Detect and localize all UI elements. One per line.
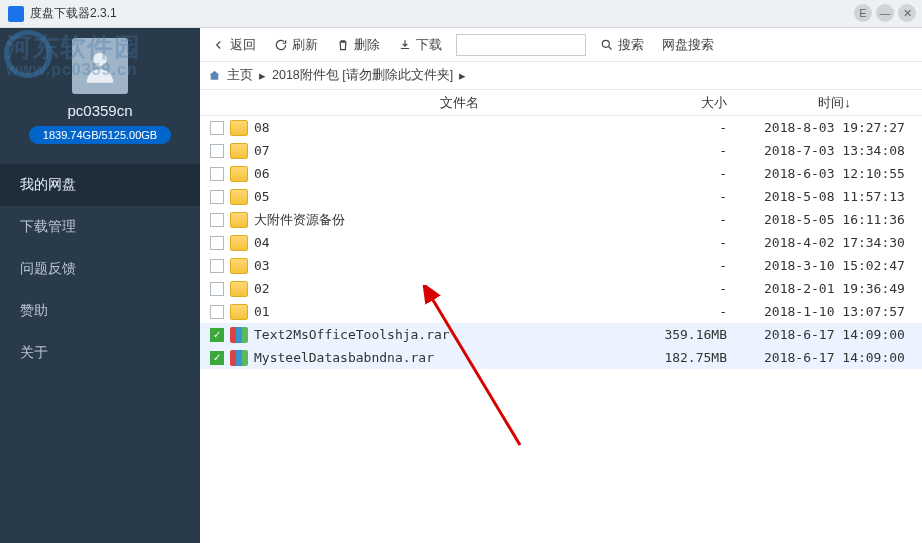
row-checkbox[interactable]: ✓ <box>210 328 224 342</box>
username: pc0359cn <box>0 102 200 119</box>
search-input[interactable] <box>456 34 586 56</box>
breadcrumb-home[interactable]: 主页 <box>227 67 253 84</box>
file-time: 2018-8-03 19:27:27 <box>747 120 922 135</box>
file-name: 06 <box>254 166 627 181</box>
file-name: 05 <box>254 189 627 204</box>
table-row[interactable]: 07-2018-7-03 13:34:08 <box>200 139 922 162</box>
netdisk-search-button[interactable]: 网盘搜索 <box>658 34 718 56</box>
row-checkbox[interactable] <box>210 282 224 296</box>
window-controls: E — ✕ <box>854 4 916 22</box>
table-row[interactable]: 03-2018-3-10 15:02:47 <box>200 254 922 277</box>
file-name: Text2MsOfficeToolshja.rar <box>254 327 627 342</box>
breadcrumb: 主页 ▸ 2018附件包 [请勿删除此文件夹] ▸ <box>200 62 922 90</box>
refresh-button[interactable]: 刷新 <box>270 34 322 56</box>
nav-item-3[interactable]: 赞助 <box>0 290 200 332</box>
file-time: 2018-5-05 16:11:36 <box>747 212 922 227</box>
header-size[interactable]: 大小 <box>627 94 747 112</box>
file-size: - <box>627 235 747 250</box>
file-time: 2018-6-17 14:09:00 <box>747 350 922 365</box>
close-button[interactable]: ✕ <box>898 4 916 22</box>
table-row[interactable]: 01-2018-1-10 13:07:57 <box>200 300 922 323</box>
titlebar: 度盘下载器2.3.1 E — ✕ <box>0 0 922 28</box>
file-name: 08 <box>254 120 627 135</box>
file-name: 02 <box>254 281 627 296</box>
download-icon <box>398 38 412 52</box>
row-checkbox[interactable] <box>210 213 224 227</box>
row-checkbox[interactable] <box>210 167 224 181</box>
file-name: MysteelDatasbabndna.rar <box>254 350 627 365</box>
app-title: 度盘下载器2.3.1 <box>30 5 117 22</box>
home-icon[interactable] <box>208 69 221 82</box>
back-button[interactable]: 返回 <box>208 34 260 56</box>
file-time: 2018-4-02 17:34:30 <box>747 235 922 250</box>
table-row[interactable]: 02-2018-2-01 19:36:49 <box>200 277 922 300</box>
file-time: 2018-1-10 13:07:57 <box>747 304 922 319</box>
delete-button[interactable]: 删除 <box>332 34 384 56</box>
download-button[interactable]: 下载 <box>394 34 446 56</box>
file-size: - <box>627 304 747 319</box>
header-time[interactable]: 时间↓ <box>747 94 922 112</box>
row-checkbox[interactable] <box>210 236 224 250</box>
file-name: 01 <box>254 304 627 319</box>
row-checkbox[interactable]: ✓ <box>210 351 224 365</box>
table-row[interactable]: 04-2018-4-02 17:34:30 <box>200 231 922 254</box>
row-checkbox[interactable] <box>210 144 224 158</box>
row-checkbox[interactable] <box>210 121 224 135</box>
svg-point-1 <box>602 40 609 47</box>
file-name: 大附件资源备份 <box>254 211 627 229</box>
file-time: 2018-7-03 13:34:08 <box>747 143 922 158</box>
storage-badge: 1839.74GB/5125.00GB <box>29 126 171 144</box>
file-size: - <box>627 143 747 158</box>
file-name: 04 <box>254 235 627 250</box>
row-checkbox[interactable] <box>210 190 224 204</box>
folder-icon <box>230 189 248 205</box>
file-table: 文件名 大小 时间↓ 08-2018-8-03 19:27:2707-2018-… <box>200 90 922 543</box>
file-size: - <box>627 166 747 181</box>
nav-item-0[interactable]: 我的网盘 <box>0 164 200 206</box>
folder-icon <box>230 304 248 320</box>
table-row[interactable]: 大附件资源备份-2018-5-05 16:11:36 <box>200 208 922 231</box>
nav-item-2[interactable]: 问题反馈 <box>0 248 200 290</box>
minimize-button[interactable]: — <box>876 4 894 22</box>
content: 返回 刷新 删除 下载 搜索 网盘搜索 <box>200 28 922 543</box>
folder-icon <box>230 281 248 297</box>
file-size: 182.75MB <box>627 350 747 365</box>
file-size: - <box>627 258 747 273</box>
refresh-icon <box>274 38 288 52</box>
table-row[interactable]: ✓MysteelDatasbabndna.rar182.75MB2018-6-1… <box>200 346 922 369</box>
table-row[interactable]: 05-2018-5-08 11:57:13 <box>200 185 922 208</box>
trash-icon <box>336 38 350 52</box>
folder-icon <box>230 235 248 251</box>
search-button[interactable]: 搜索 <box>596 34 648 56</box>
nav: 我的网盘下载管理问题反馈赞助关于 <box>0 164 200 374</box>
folder-icon <box>230 258 248 274</box>
folder-icon <box>230 120 248 136</box>
watermark-logo <box>4 30 52 78</box>
svg-point-0 <box>93 53 106 66</box>
file-size: - <box>627 212 747 227</box>
breadcrumb-path[interactable]: 2018附件包 [请勿删除此文件夹] <box>272 67 453 84</box>
file-size: - <box>627 120 747 135</box>
table-row[interactable]: ✓Text2MsOfficeToolshja.rar359.16MB2018-6… <box>200 323 922 346</box>
table-header: 文件名 大小 时间↓ <box>200 90 922 116</box>
file-size: 359.16MB <box>627 327 747 342</box>
sidebar: pc0359cn 1839.74GB/5125.00GB 我的网盘下载管理问题反… <box>0 28 200 543</box>
avatar[interactable] <box>72 38 128 94</box>
search-icon <box>600 38 614 52</box>
nav-item-1[interactable]: 下载管理 <box>0 206 200 248</box>
file-time: 2018-3-10 15:02:47 <box>747 258 922 273</box>
toolbar: 返回 刷新 删除 下载 搜索 网盘搜索 <box>200 28 922 62</box>
archive-icon <box>230 327 248 343</box>
file-time: 2018-2-01 19:36:49 <box>747 281 922 296</box>
nav-item-4[interactable]: 关于 <box>0 332 200 374</box>
file-name: 03 <box>254 258 627 273</box>
row-checkbox[interactable] <box>210 259 224 273</box>
header-name[interactable]: 文件名 <box>200 94 627 112</box>
table-row[interactable]: 06-2018-6-03 12:10:55 <box>200 162 922 185</box>
row-checkbox[interactable] <box>210 305 224 319</box>
folder-icon <box>230 143 248 159</box>
table-row[interactable]: 08-2018-8-03 19:27:27 <box>200 116 922 139</box>
file-size: - <box>627 281 747 296</box>
settings-button[interactable]: E <box>854 4 872 22</box>
file-time: 2018-6-17 14:09:00 <box>747 327 922 342</box>
